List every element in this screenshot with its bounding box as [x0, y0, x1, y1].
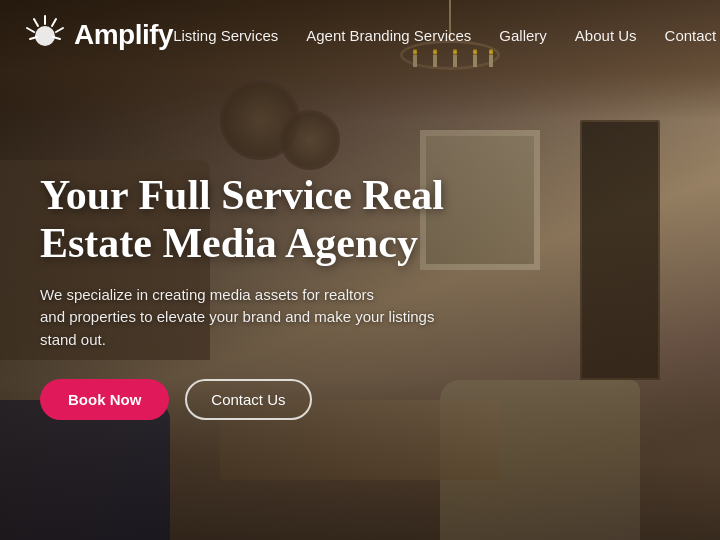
- nav-about-us[interactable]: About Us: [575, 27, 637, 44]
- hero-buttons: Book Now Contact Us: [40, 379, 460, 420]
- hero-subtitle: We specialize in creating media assets f…: [40, 284, 460, 352]
- hero-content: Your Full Service Real Estate Media Agen…: [40, 171, 460, 420]
- contact-us-button[interactable]: Contact Us: [185, 379, 311, 420]
- nav-links: Listing Services Agent Branding Services…: [173, 27, 720, 44]
- navigation: Amplify Listing Services Agent Branding …: [0, 0, 720, 70]
- hero-section: Amplify Listing Services Agent Branding …: [0, 0, 720, 540]
- svg-point-7: [35, 26, 55, 46]
- hero-title: Your Full Service Real Estate Media Agen…: [40, 171, 460, 268]
- svg-line-4: [27, 28, 34, 32]
- svg-line-1: [52, 19, 56, 26]
- nav-gallery[interactable]: Gallery: [499, 27, 547, 44]
- logo-icon: [24, 14, 66, 56]
- brand-name: Amplify: [74, 19, 173, 51]
- nav-listing-services[interactable]: Listing Services: [173, 27, 278, 44]
- logo-area[interactable]: Amplify: [24, 14, 173, 56]
- svg-line-3: [34, 19, 38, 26]
- nav-contact-us[interactable]: Contact Us: [665, 27, 720, 44]
- svg-line-2: [56, 28, 63, 32]
- book-now-button[interactable]: Book Now: [40, 379, 169, 420]
- nav-agent-branding[interactable]: Agent Branding Services: [306, 27, 471, 44]
